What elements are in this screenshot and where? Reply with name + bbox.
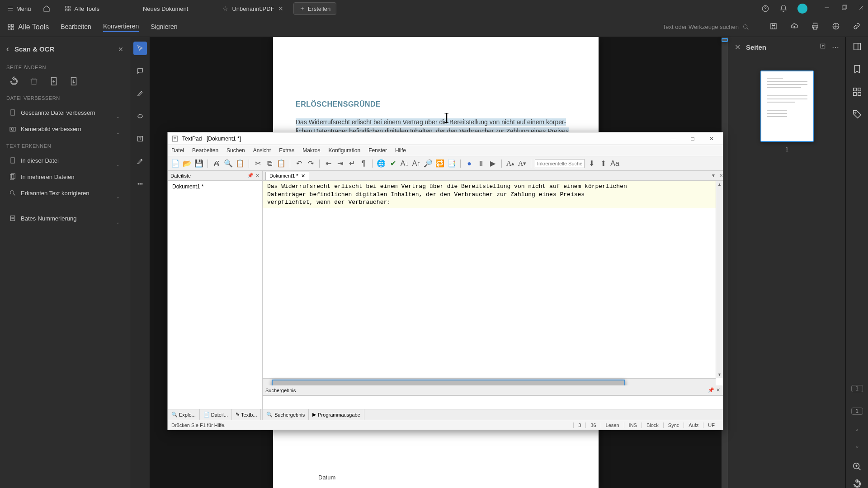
textpad-editor[interactable]: Das Widerrufsrecht erlischt bei einem Ve… [263, 181, 723, 385]
side-pin-icon[interactable]: 📌 [247, 173, 254, 178]
chevron-down-icon[interactable]: ˅ [852, 445, 862, 455]
menu-view[interactable]: Ansicht [253, 147, 271, 154]
tag-icon[interactable] [852, 109, 862, 119]
textpad-titlebar[interactable]: TextPad - [Dokument1 *] — □ ✕ [168, 132, 723, 145]
page-count-badge-1[interactable]: 1 [851, 385, 863, 392]
bates-item[interactable]: Bates-Nummerierung ⌄ [6, 210, 123, 226]
textpad-close-icon[interactable]: ✕ [704, 134, 719, 144]
select-tool[interactable] [133, 42, 147, 55]
side-tab-filelist[interactable]: 📄Dateil... [200, 409, 232, 420]
editor-tab[interactable]: Dokument1 * ✕ [265, 172, 309, 180]
check-icon[interactable]: ✔ [388, 159, 398, 169]
extract-page-icon[interactable] [69, 76, 79, 86]
bell-icon[interactable] [779, 5, 788, 13]
cut-icon[interactable]: ✂ [253, 159, 263, 169]
comment-tool[interactable] [133, 64, 147, 78]
export-icon[interactable] [819, 42, 826, 52]
side-tab-explorer[interactable]: 🔍Explo... [168, 409, 200, 420]
more-tool[interactable] [133, 177, 147, 191]
menu-extras[interactable]: Extras [279, 147, 294, 154]
font-larger-icon[interactable]: A▴ [505, 159, 515, 169]
tab-close-icon[interactable]: ✕ [278, 5, 283, 12]
indent-in-icon[interactable]: ⇥ [335, 159, 345, 169]
play-icon[interactable]: ▶ [488, 159, 498, 169]
tab-home[interactable] [38, 2, 55, 15]
incremental-search-input[interactable] [535, 159, 585, 168]
zoom-plus-icon[interactable] [852, 462, 862, 472]
cloud-icon[interactable] [790, 22, 798, 32]
panel-toggle-icon[interactable] [852, 42, 862, 52]
menu-search[interactable]: Suchen [226, 147, 245, 154]
delete-icon[interactable] [29, 76, 39, 86]
rotate-icon[interactable] [9, 76, 19, 86]
new-file-icon[interactable]: 📄 [170, 159, 180, 169]
menu-button[interactable]: Menü [4, 4, 35, 14]
insert-page-icon[interactable] [49, 76, 59, 86]
sort-asc-icon[interactable]: A↓ [400, 159, 410, 169]
pilcrow-icon[interactable]: ¶ [359, 159, 368, 169]
copy-icon[interactable]: ⧉ [264, 159, 274, 169]
improve-camera-item[interactable]: Kamerabild verbessern ⌄ [6, 121, 123, 137]
tab-edit[interactable]: Bearbeiten [61, 23, 91, 31]
save-icon[interactable] [769, 22, 778, 32]
replace-icon[interactable]: 🔁 [435, 159, 445, 169]
search-results-pane[interactable] [263, 395, 723, 409]
ocr-this-file-item[interactable]: In dieser Datei ⌄ [6, 152, 123, 169]
pencil-tool[interactable] [133, 87, 147, 100]
editor-tab-close-icon[interactable]: ✕ [301, 173, 305, 179]
paste-icon[interactable]: 📋 [276, 159, 286, 169]
menu-file[interactable]: Datei [171, 147, 184, 154]
page-setup-icon[interactable]: 📋 [235, 159, 245, 169]
menu-edit[interactable]: Bearbeiten [192, 147, 218, 154]
tab-current-pdf[interactable]: ☆ Unbenannt.PDF ✕ [216, 2, 289, 15]
search-area[interactable]: Text oder Werkzeuge suchen [663, 23, 750, 31]
ocr-multi-file-item[interactable]: In mehreren Dateien [6, 169, 123, 185]
link-icon[interactable] [853, 22, 861, 32]
share-icon[interactable] [832, 22, 840, 32]
menu-macros[interactable]: Makros [302, 147, 320, 154]
search-up-icon[interactable]: ⬆ [598, 159, 608, 169]
menu-config[interactable]: Konfiguration [328, 147, 360, 154]
pause-icon[interactable]: ⏸ [476, 159, 486, 169]
side-close-icon[interactable]: ✕ [255, 173, 259, 178]
textpad-maximize-icon[interactable]: □ [685, 134, 700, 144]
editor-vscrollbar[interactable]: ▲ ▼ [716, 181, 723, 378]
font-smaller-icon[interactable]: A▾ [517, 159, 527, 169]
find-files-icon[interactable]: 📑 [447, 159, 457, 169]
editor-hscrollbar[interactable] [263, 378, 716, 385]
tab-all-tools[interactable]: Alle Tools [58, 3, 106, 15]
page-thumbnail[interactable] [760, 70, 814, 142]
web-icon[interactable]: 🌐 [376, 159, 386, 169]
all-tools-button[interactable]: Alle Tools [7, 23, 49, 31]
bookmark-icon[interactable] [852, 64, 862, 74]
panel-close-icon[interactable]: ✕ [118, 46, 123, 53]
open-file-icon[interactable]: 📂 [182, 159, 192, 169]
menu-window[interactable]: Fenster [368, 147, 387, 154]
chevron-up-icon[interactable]: ˄ [852, 427, 862, 437]
print-icon[interactable] [811, 22, 819, 32]
save-icon[interactable]: 💾 [194, 159, 204, 169]
shape-tool[interactable] [133, 109, 147, 123]
close-icon[interactable] [858, 5, 864, 13]
ocr-correct-item[interactable]: Erkannten Text korrigieren ⌄ [6, 185, 123, 201]
create-button[interactable]: ＋ Erstellen [293, 2, 337, 15]
tab-sign[interactable]: Signieren [151, 23, 177, 31]
zoom-reset-icon[interactable] [852, 479, 862, 488]
wrap-icon[interactable]: ↵ [347, 159, 357, 169]
highlight-tool[interactable] [133, 155, 147, 168]
bottom-tab-search[interactable]: 🔍Suchergebnis [263, 409, 309, 420]
menu-help[interactable]: Hilfe [395, 147, 406, 154]
search-down-icon[interactable]: ⬇ [586, 159, 596, 169]
indent-out-icon[interactable]: ⇤ [323, 159, 333, 169]
tab-close-all-icon[interactable]: ✕ [719, 173, 723, 178]
back-icon[interactable]: ‹ [6, 44, 9, 54]
text-tool[interactable] [133, 132, 147, 145]
thumbnails-close-icon[interactable]: ✕ [735, 43, 741, 52]
textpad-minimize-icon[interactable]: — [666, 134, 681, 144]
search-pane-pin-icon[interactable]: 📌 [708, 387, 714, 393]
more-icon[interactable]: ⋯ [832, 43, 839, 52]
grid-icon[interactable] [852, 87, 862, 97]
search-pane-close-icon[interactable]: ✕ [716, 387, 720, 393]
match-case-icon[interactable]: Aa [610, 159, 620, 169]
bottom-tab-output[interactable]: ▶Programmausgabe [309, 409, 364, 420]
